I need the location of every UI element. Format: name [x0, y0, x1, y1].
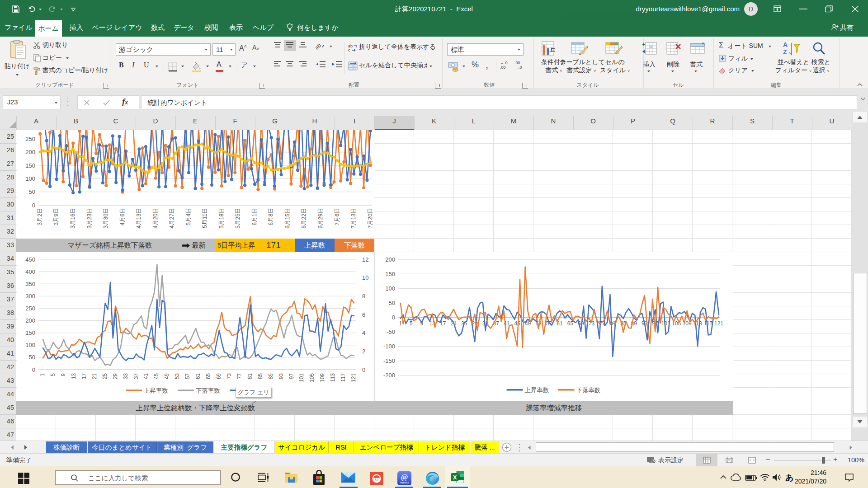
- svg-text:50: 50: [29, 354, 35, 361]
- svg-text:61: 61: [195, 373, 201, 380]
- svg-text:50: 50: [29, 188, 35, 195]
- svg-text:0: 0: [362, 366, 365, 373]
- svg-text:33: 33: [123, 373, 129, 380]
- svg-text:5月25日: 5月25日: [235, 208, 241, 229]
- svg-text:4月20日: 4月20日: [152, 208, 159, 229]
- svg-text:4: 4: [362, 329, 365, 336]
- svg-text:10: 10: [362, 274, 368, 281]
- svg-text:113: 113: [330, 373, 336, 382]
- svg-text:77: 77: [236, 373, 243, 380]
- svg-text:100: 100: [25, 342, 35, 348]
- svg-text:450: 450: [25, 256, 35, 263]
- svg-text:121: 121: [714, 320, 723, 327]
- svg-text:6月15日: 6月15日: [284, 208, 291, 229]
- svg-text:1: 1: [399, 320, 402, 327]
- svg-text:65: 65: [567, 320, 574, 327]
- svg-text:4月27日: 4月27日: [169, 208, 175, 229]
- svg-text:17: 17: [81, 373, 87, 380]
- svg-text:上昇率数: 上昇率数: [525, 387, 549, 394]
- svg-text:-50: -50: [387, 328, 395, 335]
- svg-text:200: 200: [25, 317, 35, 324]
- svg-text:7月20日: 7月20日: [367, 208, 373, 229]
- svg-text:200: 200: [25, 149, 35, 155]
- svg-text:6: 6: [362, 311, 365, 318]
- svg-text:5月18日: 5月18日: [218, 208, 225, 229]
- svg-text:50: 50: [389, 300, 395, 306]
- svg-text:X: X: [453, 474, 457, 481]
- svg-text:100: 100: [385, 285, 395, 292]
- svg-text:150: 150: [25, 162, 35, 169]
- svg-text:A: A: [783, 41, 788, 48]
- svg-text:73: 73: [226, 373, 232, 380]
- svg-text:4月6日: 4月6日: [119, 208, 126, 225]
- svg-text:49: 49: [164, 373, 170, 380]
- svg-text:8: 8: [362, 293, 365, 300]
- svg-text:5: 5: [50, 373, 56, 376]
- svg-text:105: 105: [309, 373, 315, 382]
- svg-text:100: 100: [25, 175, 35, 182]
- svg-text:21: 21: [91, 373, 98, 380]
- svg-text:250: 250: [25, 136, 35, 142]
- svg-text:3月2日: 3月2日: [37, 208, 43, 225]
- svg-text:45: 45: [514, 320, 520, 327]
- svg-text:6月1日: 6月1日: [251, 208, 258, 225]
- svg-text:101: 101: [298, 373, 305, 382]
- svg-text:7月6日: 7月6日: [334, 208, 340, 225]
- svg-text:97: 97: [288, 373, 295, 380]
- svg-text:57: 57: [184, 373, 191, 380]
- svg-text:4月13日: 4月13日: [136, 208, 142, 229]
- svg-text:41: 41: [143, 373, 149, 380]
- svg-text:3月23日: 3月23日: [86, 208, 93, 229]
- svg-text:Z: Z: [783, 48, 787, 56]
- svg-text:0: 0: [392, 314, 395, 321]
- svg-text:45: 45: [153, 373, 160, 380]
- svg-text:93: 93: [278, 373, 284, 380]
- svg-text:6月8日: 6月8日: [268, 208, 274, 225]
- svg-text:150: 150: [385, 271, 395, 277]
- svg-text:下落率数: 下落率数: [196, 387, 220, 394]
- svg-text:5月4日: 5月4日: [185, 208, 192, 225]
- svg-text:12: 12: [362, 256, 368, 263]
- svg-text:-100: -100: [383, 343, 395, 350]
- svg-text:300: 300: [25, 293, 35, 300]
- svg-text:65: 65: [205, 373, 212, 380]
- svg-text:5月11日: 5月11日: [202, 208, 208, 228]
- svg-text:117: 117: [340, 373, 346, 382]
- svg-text:117: 117: [704, 320, 712, 327]
- svg-text:6月29日: 6月29日: [317, 208, 324, 229]
- svg-text:7月13日: 7月13日: [350, 208, 357, 229]
- svg-text:200: 200: [385, 256, 395, 263]
- svg-text:150: 150: [25, 329, 35, 336]
- svg-text:-200: -200: [383, 372, 395, 379]
- svg-text:113: 113: [693, 320, 702, 327]
- svg-text:menu: menu: [400, 480, 409, 484]
- svg-text:3月16日: 3月16日: [70, 208, 76, 229]
- svg-text:69: 69: [216, 373, 222, 380]
- svg-text:85: 85: [257, 373, 264, 380]
- svg-text:2: 2: [362, 348, 365, 355]
- svg-text:5: 5: [410, 320, 413, 327]
- svg-text:53: 53: [174, 373, 180, 380]
- svg-text:121: 121: [350, 373, 357, 382]
- svg-text:89: 89: [268, 373, 274, 380]
- svg-text:37: 37: [133, 373, 139, 380]
- svg-text:250: 250: [25, 305, 35, 312]
- svg-text:400: 400: [25, 268, 35, 275]
- svg-text:81: 81: [247, 373, 253, 380]
- svg-text:13: 13: [71, 373, 77, 380]
- svg-text:-150: -150: [383, 357, 395, 364]
- svg-text:下落率数: 下落率数: [576, 387, 600, 394]
- svg-text:9: 9: [60, 373, 66, 376]
- svg-text:25: 25: [102, 373, 108, 380]
- svg-text:109: 109: [319, 373, 326, 382]
- svg-text:c: c: [348, 48, 350, 52]
- svg-text:0: 0: [32, 366, 35, 373]
- svg-text:29: 29: [112, 373, 118, 380]
- svg-text:上昇率数: 上昇率数: [144, 387, 168, 394]
- svg-text:350: 350: [25, 281, 35, 287]
- svg-text:6月22日: 6月22日: [301, 208, 307, 229]
- svg-text:3月30日: 3月30日: [103, 208, 109, 229]
- svg-text:0: 0: [32, 202, 35, 209]
- svg-text:1: 1: [39, 373, 46, 376]
- svg-text:3月9日: 3月9日: [53, 208, 59, 225]
